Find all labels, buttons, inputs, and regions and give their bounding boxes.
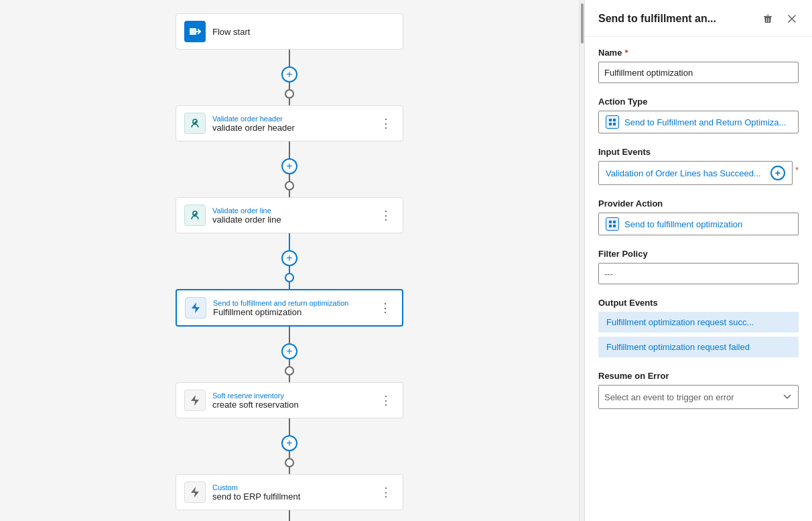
resume-on-error-field-group: Resume on Error Select an event to trigg… [598,371,799,409]
detail-panel: Send to fulfillment an... Name * [584,0,812,521]
connector-line-1 [289,50,290,66]
node-content-flow-start: Flow start [212,27,395,37]
svg-rect-7 [609,221,612,223]
add-button-2[interactable]: + [281,158,297,174]
svg-rect-10 [613,225,616,227]
add-button-1[interactable]: + [281,66,297,82]
connector-circle-2 [285,181,294,190]
connector-line-2 [289,141,290,158]
connector-line-4c [289,375,290,382]
provider-action-value: Send to fulfillment optimization [624,219,742,229]
svg-rect-5 [609,123,612,125]
connector-line-4b [289,359,290,366]
node-content-validate-header: Validate order header validate order hea… [212,115,377,133]
action-type-icon [606,115,619,129]
node-type-validate-line: Validate order line [212,207,377,215]
output-events-container: Fulfillment optimization request succ...… [598,312,799,357]
node-type-soft-reserve: Soft reserve inventory [212,392,377,400]
panel-title: Send to fulfillment an... [598,13,758,25]
input-events-container[interactable]: Validation of Order Lines has Succeed...… [598,161,793,185]
connector-line-1b [289,82,290,89]
connector-circle-1 [285,89,294,99]
filter-policy-input[interactable] [598,263,799,284]
filter-policy-field-group: Filter Policy [598,249,799,284]
panel-body: Name * Action Type Send to Fulfil [585,37,812,521]
node-icon-custom-erp [184,481,206,503]
flow-wrapper: Flow start + Validate order header valid… [169,13,410,521]
node-content-fulfillment-opt: Send to fulfillment and return optimizat… [213,299,377,317]
node-name-validate-line: validate order line [212,215,377,225]
node-menu-fulfillment-opt[interactable]: ⋮ [377,300,394,315]
node-content-custom-erp: Custom send to ERP fulfillment [212,483,377,502]
provider-action-container[interactable]: Send to fulfillment optimization [598,213,799,235]
add-input-event-button[interactable]: + [770,166,785,180]
connector-line-3 [289,233,290,250]
output-event-1[interactable]: Fulfillment optimization request succ... [598,312,799,333]
action-type-label: Action Type [598,97,799,107]
svg-rect-9 [609,225,612,227]
flow-canvas: Flow start + Validate order header valid… [0,0,579,521]
node-validate-header[interactable]: Validate order header validate order hea… [176,105,403,141]
connector-circle-4 [285,366,294,375]
provider-action-label: Provider Action [598,198,799,209]
name-field-group: Name * [598,48,799,83]
node-icon-validate-line [184,205,206,226]
node-icon-fulfillment-opt [185,297,206,319]
node-icon-validate-header [184,113,206,134]
add-button-4[interactable]: + [281,343,297,359]
add-button-5[interactable]: + [281,435,297,451]
node-menu-soft-reserve[interactable]: ⋮ [377,393,395,408]
svg-rect-6 [613,123,616,125]
output-events-field-group: Output Events Fulfillment optimization r… [598,298,799,357]
canvas-scrollbar[interactable] [579,0,584,521]
svg-rect-0 [190,28,196,35]
connector-line-1c [289,99,290,105]
output-event-2[interactable]: Fulfillment optimization request failed [598,337,799,357]
connector-line-5 [289,418,290,435]
close-button[interactable] [783,9,801,28]
node-soft-reserve[interactable]: Soft reserve inventory create soft reser… [176,382,403,418]
action-type-button[interactable]: Send to Fulfillment and Return Optimiza.… [598,111,799,133]
input-events-wrapper: Validation of Order Lines has Succeed...… [598,161,799,185]
input-events-required: * [795,165,799,175]
connector-line-4 [289,327,290,343]
node-menu-custom-erp[interactable]: ⋮ [377,485,395,500]
input-events-field-group: Input Events Validation of Order Lines h… [598,147,799,185]
node-menu-validate-line[interactable]: ⋮ [377,208,395,223]
output-events-label: Output Events [598,298,799,308]
input-events-label: Input Events [598,147,799,157]
node-fulfillment-opt[interactable]: Send to fulfillment and return optimizat… [176,289,403,327]
connector-circle-5 [285,458,294,467]
delete-button[interactable] [758,9,777,28]
resume-on-error-select[interactable]: Select an event to trigger on error [598,385,799,409]
connector-line-3c [289,282,290,289]
node-custom-erp[interactable]: Custom send to ERP fulfillment ⋮ [176,474,403,510]
node-name-custom-erp: send to ERP fulfillment [212,491,377,502]
panel-header: Send to fulfillment an... [585,0,812,37]
name-input[interactable] [598,62,799,83]
action-type-field-group: Action Type Send to Fulfillment and Retu… [598,97,799,133]
node-name-validate-header: validate order header [212,123,377,133]
connector-line-5b [289,451,290,458]
action-type-value: Send to Fulfillment and Return Optimiza.… [624,117,786,127]
connector-circle-3 [285,273,294,282]
node-flow-start[interactable]: Flow start [176,13,403,50]
node-content-soft-reserve: Soft reserve inventory create soft reser… [212,392,377,410]
node-menu-validate-header[interactable]: ⋮ [377,116,395,131]
node-icon-soft-reserve [184,390,206,411]
name-label: Name * [598,48,799,58]
svg-rect-8 [613,221,616,223]
name-required: * [624,48,628,58]
node-content-validate-line: Validate order line validate order line [212,207,377,225]
add-button-3[interactable]: + [281,250,297,266]
node-name-soft-reserve: create soft reservation [212,400,377,410]
connector-line-3b [289,266,290,273]
scrollbar-thumb [581,3,584,44]
filter-policy-label: Filter Policy [598,249,799,259]
provider-action-field-group: Provider Action Send to fulfillment opti… [598,198,799,235]
svg-rect-4 [613,119,616,121]
panel-header-actions [758,9,801,28]
node-icon-flow-start [184,21,206,42]
node-validate-line[interactable]: Validate order line validate order line … [176,197,403,233]
resume-on-error-label: Resume on Error [598,371,799,381]
